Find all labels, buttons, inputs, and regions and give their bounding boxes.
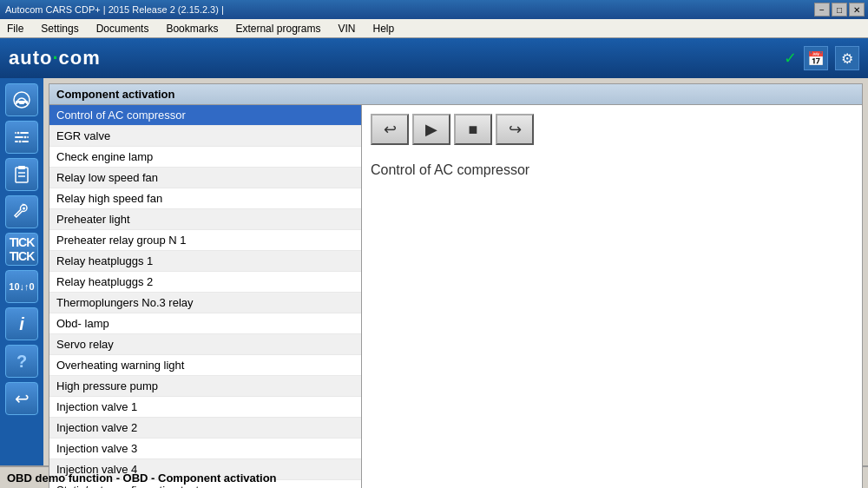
control-buttons: ↩ ▶ ■ ↪ [371,114,853,145]
list-item[interactable]: Injection valve 3 [49,439,361,459]
list-item[interactable]: Injection valve 1 [49,397,361,418]
svg-rect-11 [18,166,25,169]
list-item[interactable]: Relay high speed fan [49,188,361,209]
settings-header-icon[interactable]: ⚙ [835,46,859,70]
list-item[interactable]: Preheater light [49,209,361,230]
minimize-button[interactable]: − [814,3,830,16]
titlebar: Autocom CARS CDP+ | 2015 Release 2 (2.15… [0,0,868,19]
panel-title: Component activation [56,88,175,101]
list-item[interactable]: Relay heatpluggs 1 [49,251,361,272]
list-item[interactable]: Thermoplungers No.3 relay [49,293,361,313]
logo-dot: · [52,47,58,69]
selected-component-name: Control of AC compressor [371,159,853,181]
menu-file[interactable]: File [3,21,27,36]
list-item[interactable]: Relay heatpluggs 2 [49,272,361,293]
main-area: TICKTICK 10↓↑0 i ? ↩ Component activatio… [0,78,868,465]
svg-point-14 [23,208,25,210]
sidebar-btn-help[interactable]: ? [5,345,38,378]
menu-bookmarks[interactable]: Bookmarks [162,21,221,36]
sidebar-btn-readout[interactable]: 10↓↑0 [5,270,38,303]
list-item[interactable]: Servo relay [49,334,361,355]
list-item[interactable]: High pressure pump [49,376,361,397]
panel-body: Control of AC compressorEGR valveCheck e… [49,105,862,488]
sidebar-btn-car[interactable] [5,83,38,116]
svg-point-7 [16,131,20,135]
right-panel: ↩ ▶ ■ ↪ Control of AC compressor [362,105,862,488]
svg-point-2 [17,103,20,106]
sidebar-btn-clipboard[interactable] [5,158,38,191]
menu-vin[interactable]: VIN [334,21,358,36]
sidebar: TICKTICK 10↓↑0 i ? ↩ [0,78,43,465]
header: auto·com ✓ 📅 ⚙ [0,38,868,78]
window-controls: − □ ✕ [814,3,865,16]
stop-button[interactable]: ■ [454,114,492,145]
header-icons: ✓ 📅 ⚙ [784,46,859,70]
svg-point-0 [14,92,30,108]
svg-point-8 [23,135,27,139]
sidebar-btn-back[interactable]: ↩ [5,382,38,415]
svg-point-9 [18,140,22,143]
check-icon: ✓ [784,49,797,68]
list-item[interactable]: Obd- lamp [49,313,361,334]
play-button[interactable]: ▶ [412,114,450,145]
title-text: Autocom CARS CDP+ | 2015 Release 2 (2.15… [5,4,224,15]
content-area: Component activation Control of AC compr… [43,78,868,465]
sidebar-btn-tick[interactable]: TICKTICK [5,233,38,266]
forward-button[interactable]: ↪ [496,114,534,145]
menu-help[interactable]: Help [370,21,398,36]
sidebar-btn-tools[interactable] [5,121,38,154]
list-item[interactable]: Relay low speed fan [49,168,361,188]
menu-documents[interactable]: Documents [93,21,153,36]
list-item[interactable]: EGR valve [49,126,361,147]
menu-settings[interactable]: Settings [37,21,82,36]
list-item[interactable]: Check engine lamp [49,147,361,168]
sidebar-btn-wrench[interactable] [5,195,38,228]
list-item[interactable]: Overheating warning light [49,355,361,376]
list-item[interactable]: Preheater relay group N 1 [49,230,361,251]
back-button[interactable]: ↩ [371,114,409,145]
list-item[interactable]: Injection valve 2 [49,418,361,439]
svg-rect-10 [16,168,28,182]
calendar-icon[interactable]: 📅 [804,46,828,70]
svg-point-3 [24,103,27,106]
close-button[interactable]: ✕ [849,3,865,16]
main-panel: Component activation Control of AC compr… [49,83,863,488]
menu-external[interactable]: External programs [232,21,324,36]
component-list[interactable]: Control of AC compressorEGR valveCheck e… [49,105,362,488]
menubar: File Settings Documents Bookmarks Extern… [0,19,868,38]
list-item[interactable]: Control of AC compressor [49,105,361,126]
panel-header: Component activation [49,84,862,105]
statusbar-text: OBD demo function - OBD - Component acti… [7,472,277,485]
logo: auto·com [9,47,101,69]
maximize-button[interactable]: □ [832,3,847,16]
sidebar-btn-info[interactable]: i [5,307,38,340]
